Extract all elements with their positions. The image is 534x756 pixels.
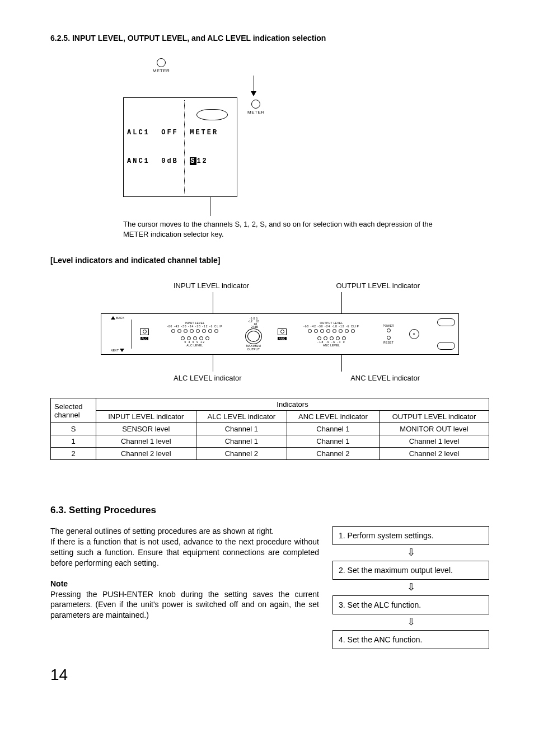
anc-level-title: ANC LEVEL: [323, 344, 340, 347]
output-level-scale: -60 -42 -30 -24 -18 -12 -6 CLIP: [303, 325, 359, 328]
page-number: 14: [50, 666, 489, 684]
setting-procedures-body: The general outlines of setting procedur…: [50, 526, 319, 569]
label-input-level-indicator: INPUT LEVEL indicator: [174, 281, 249, 290]
input-level-scale: -60 -42 -30 -24 -18 -12 -6 CLIP: [167, 325, 223, 328]
handle-icon: [437, 318, 455, 326]
arrow-down-icon: ⇩: [332, 580, 489, 595]
arrow-down-icon: ⇩: [332, 614, 489, 630]
table-row: 1 Channel 1 levelChannel 1Channel 1Chann…: [51, 435, 489, 448]
table-row: 2 Channel 2 levelChannel 2Channel 2Chann…: [51, 448, 489, 460]
meter-label-top: METER: [153, 68, 170, 73]
arrow-down-icon: [251, 91, 256, 96]
handle-icon: [437, 342, 455, 350]
meter-label-side: METER: [247, 110, 265, 115]
anc-button-label: ANC: [278, 337, 286, 340]
level-table-heading: [Level indicators and indicated channel …: [50, 256, 489, 265]
note-label: Note: [50, 579, 68, 588]
alc-button-icon: [140, 328, 149, 335]
max-output-label: MAXIMUM OUTPUT: [246, 344, 261, 351]
back-label: BACK: [116, 316, 125, 320]
section-625-heading: 6.2.5. INPUT LEVEL, OUTPUT LEVEL, and AL…: [50, 34, 489, 43]
table-col-output: OUTPUT LEVEL indicator: [379, 411, 489, 423]
procedure-flow: 1. Perform system settings. ⇩ 2. Set the…: [332, 526, 489, 649]
table-header-selected: Selected channel: [51, 398, 96, 423]
front-panel-diagram: INPUT LEVEL indicator OUTPUT LEVEL indic…: [101, 281, 459, 382]
flow-step-3: 3. Set the ALC function.: [332, 595, 489, 614]
note-body: Pressing the PUSH-ENTER knob during the …: [50, 590, 319, 620]
table-header-indicators: Indicators: [96, 398, 489, 411]
triangle-down-icon: [120, 349, 124, 352]
reset-label: RESET: [383, 341, 394, 344]
label-output-level-indicator: OUTPUT LEVEL indicator: [336, 281, 420, 290]
flow-step-2: 2. Set the maximum output level.: [332, 561, 489, 580]
meter-led-icon: [157, 58, 166, 67]
lcd-display: ALC1 OFF METER ANC1 0dB S12: [123, 97, 237, 197]
section-63-heading: 6.3. Setting Procedures: [50, 505, 489, 516]
alc-level-title: ALC LEVEL: [186, 344, 203, 347]
indicator-table: Selected channel Indicators INPUT LEVEL …: [50, 398, 489, 460]
triangle-up-icon: [111, 316, 115, 320]
anc-button-icon: [278, 328, 287, 335]
label-anc-level-indicator: ANC LEVEL indicator: [350, 374, 420, 382]
meter-led-icon: [251, 100, 260, 109]
flow-step-1: 1. Perform system settings.: [332, 526, 489, 545]
table-col-anc: ANC LEVEL indicator: [287, 411, 379, 423]
arrow-down-icon: ⇩: [332, 545, 489, 561]
push-enter-knob-icon: [245, 328, 262, 344]
lcd-diagram: METER ALC1 OFF METER ANC1 0dB S12 METER: [123, 58, 347, 216]
next-label: NEXT: [111, 349, 119, 352]
alc-button-label: ALC: [140, 337, 149, 340]
power-label: POWER: [383, 324, 394, 327]
note-block: Note Pressing the PUSH-ENTER knob during…: [50, 579, 319, 621]
cursor-oval-icon: [196, 109, 228, 120]
label-alc-level-indicator: ALC LEVEL indicator: [174, 374, 242, 382]
lcd-caption: The cursor moves to the channels S, 1, 2…: [123, 219, 437, 239]
knob-scale: -6 0 6 -12 12 18 24dB: [248, 317, 259, 328]
flow-step-4: 4. Set the ANC function.: [332, 630, 489, 649]
table-col-alc: ALC LEVEL indicator: [196, 411, 287, 423]
phones-jack-icon: ✕: [409, 329, 419, 339]
table-col-input: INPUT LEVEL indicator: [96, 411, 196, 423]
table-row: S SENSOR levelChannel 1Channel 1MONITOR …: [51, 423, 489, 435]
